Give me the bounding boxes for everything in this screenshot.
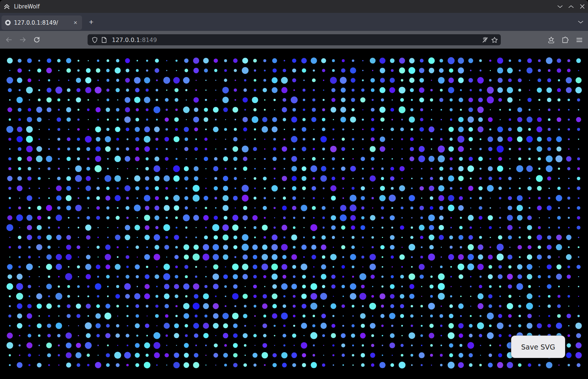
close-button[interactable] — [577, 0, 588, 13]
new-tab-button[interactable]: + — [86, 17, 97, 28]
url-host: 127.0.0.1 — [112, 36, 140, 43]
librewolf-logo-icon — [4, 4, 10, 10]
page-viewport: Save SVG — [0, 49, 588, 379]
back-button[interactable] — [3, 34, 15, 46]
minimize-button[interactable] — [555, 0, 566, 13]
tab-close-icon[interactable]: × — [71, 18, 80, 27]
fingerprint-protection-icon[interactable] — [480, 35, 490, 45]
save-svg-button[interactable]: Save SVG — [511, 336, 565, 358]
tab-list-chevron-icon[interactable] — [575, 17, 586, 28]
back-icon — [6, 37, 12, 42]
extensions-icon[interactable] — [559, 34, 571, 46]
tracking-shield-icon[interactable] — [90, 35, 99, 45]
minimize-icon — [557, 5, 563, 8]
reload-button[interactable] — [31, 34, 43, 46]
browser-window: LibreWolf 127.0.0.1:8149/ × + — [0, 0, 588, 379]
page-info-icon[interactable] — [99, 35, 109, 45]
url-text: 127.0.0.1:8149 — [112, 36, 480, 43]
titlebar: LibreWolf — [0, 0, 588, 13]
menu-icon[interactable] — [573, 34, 585, 46]
library-icon[interactable] — [545, 34, 557, 46]
navigation-toolbar: 127.0.0.1:8149 — [0, 31, 588, 49]
toolbar-right-icons — [543, 34, 585, 46]
tab-bar: 127.0.0.1:8149/ × + — [0, 13, 588, 31]
window-controls — [555, 0, 588, 13]
bookmark-star-icon[interactable] — [490, 35, 499, 45]
tab-title: 127.0.0.1:8149/ — [14, 20, 71, 26]
maximize-icon — [568, 5, 574, 8]
address-bar[interactable]: 127.0.0.1:8149 — [88, 34, 501, 45]
tab-favicon-icon — [5, 20, 11, 25]
dot-matrix-art — [0, 49, 588, 379]
maximize-button[interactable] — [566, 0, 577, 13]
close-icon — [580, 4, 585, 9]
forward-icon — [20, 37, 26, 42]
tab-active[interactable]: 127.0.0.1:8149/ × — [1, 15, 82, 30]
reload-icon — [33, 36, 40, 43]
forward-button[interactable] — [17, 34, 29, 46]
window-title: LibreWolf — [14, 3, 40, 10]
url-port: :8149 — [140, 36, 157, 43]
